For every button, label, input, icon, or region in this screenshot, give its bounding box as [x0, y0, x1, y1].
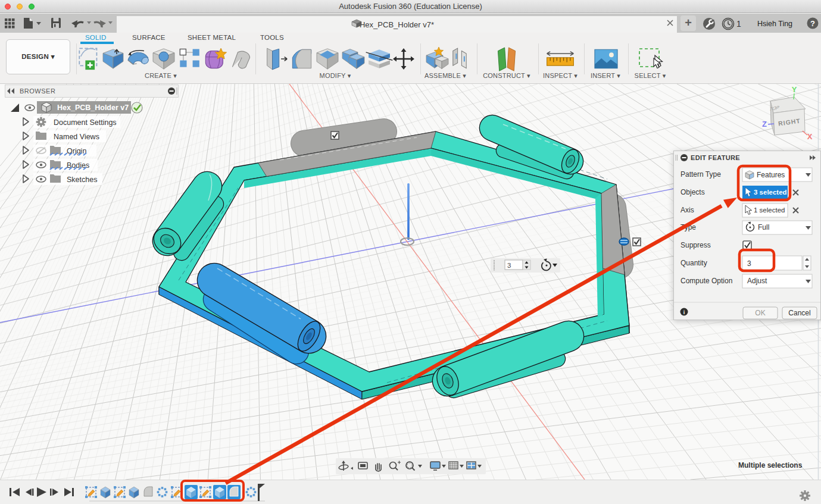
svg-text:Suppress: Suppress: [680, 241, 711, 249]
svg-text:Hex_PCB_Holder v7: Hex_PCB_Holder v7: [57, 104, 129, 112]
svg-text:Adjust: Adjust: [747, 277, 767, 285]
svg-text:Named Views: Named Views: [54, 133, 99, 141]
svg-text:1: 1: [736, 19, 741, 29]
svg-text:Document Settings: Document Settings: [54, 118, 117, 127]
svg-text:3: 3: [747, 259, 751, 268]
svg-text:Z: Z: [762, 120, 767, 129]
svg-text:Features: Features: [757, 171, 785, 179]
svg-text:BROWSER: BROWSER: [20, 87, 55, 95]
svg-text:3: 3: [507, 262, 511, 269]
svg-text:EDIT FEATURE: EDIT FEATURE: [691, 154, 740, 161]
svg-text:X: X: [807, 132, 813, 141]
svg-text:3 selected: 3 selected: [754, 189, 787, 196]
svg-text:Pattern Type: Pattern Type: [680, 170, 721, 179]
svg-text:Sketches: Sketches: [67, 176, 97, 184]
svg-text:Quantity: Quantity: [680, 259, 707, 267]
svg-text:i: i: [683, 309, 685, 315]
svg-text:Compute Option: Compute Option: [680, 277, 732, 285]
svg-text:Full: Full: [758, 223, 769, 231]
svg-text:?: ?: [810, 19, 815, 28]
svg-text:Objects: Objects: [680, 188, 705, 196]
svg-text:Y: Y: [792, 85, 797, 94]
svg-text:Type: Type: [680, 223, 696, 231]
svg-text:Hsieh Ting: Hsieh Ting: [757, 20, 792, 28]
svg-text:Axis: Axis: [680, 206, 694, 214]
svg-text:OK: OK: [755, 309, 765, 317]
svg-text:Cancel: Cancel: [788, 309, 810, 317]
svg-text:1 selected: 1 selected: [754, 206, 785, 214]
